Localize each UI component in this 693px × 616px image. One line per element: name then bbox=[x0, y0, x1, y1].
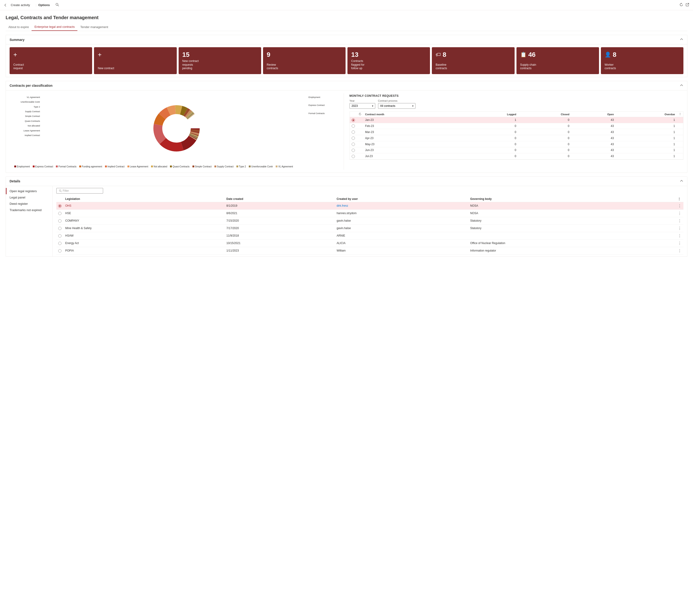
card-baseline[interactable]: 🏷 8 Baselinecontracts bbox=[432, 47, 514, 74]
details-table-row[interactable]: Energy Act 10/15/2021 ALICIA Office of N… bbox=[56, 239, 684, 247]
details-col-date[interactable]: Date created bbox=[224, 196, 335, 202]
row-radio[interactable] bbox=[56, 210, 63, 217]
search-icon[interactable] bbox=[55, 3, 59, 7]
row-overdue: 1 bbox=[616, 123, 677, 129]
tab-about-to-expire[interactable]: About to expire bbox=[6, 23, 32, 31]
year-select[interactable]: 2023 2022 2021 bbox=[350, 103, 375, 109]
radio-circle[interactable] bbox=[58, 219, 61, 222]
row-more[interactable] bbox=[677, 123, 683, 129]
row-radio[interactable] bbox=[56, 232, 63, 239]
label-express: Express Contract bbox=[309, 103, 339, 107]
row-more[interactable] bbox=[677, 135, 683, 141]
monthly-table-row[interactable]: Feb-23 0 0 43 1 bbox=[350, 123, 684, 129]
back-button[interactable] bbox=[4, 3, 8, 7]
row-radio[interactable] bbox=[56, 247, 63, 254]
card-supply-chain[interactable]: 📋 46 Supply chaincontracts bbox=[516, 47, 599, 74]
user-link[interactable]: dirk.frenz bbox=[337, 204, 348, 207]
row-more[interactable] bbox=[677, 153, 683, 159]
row-more[interactable] bbox=[677, 117, 683, 123]
refresh-icon[interactable] bbox=[679, 3, 683, 7]
filter-input[interactable] bbox=[63, 189, 101, 193]
tab-tender-management[interactable]: Tender management bbox=[77, 23, 111, 31]
row-more[interactable]: ⋮ bbox=[676, 210, 684, 217]
classification-section: Contracts per classification bbox=[6, 81, 687, 173]
monthly-table-row[interactable]: Jun-23 0 0 43 1 bbox=[350, 147, 684, 153]
row-more[interactable]: ⋮ bbox=[676, 224, 684, 232]
card-worker[interactable]: 👤 8 Workercontracts bbox=[601, 47, 684, 74]
radio-circle[interactable] bbox=[352, 155, 355, 158]
details-col-governing[interactable]: Governing body bbox=[468, 196, 676, 202]
label-simple: Simple Contract bbox=[9, 115, 40, 118]
monthly-table-row[interactable]: Apr-23 0 0 43 1 bbox=[350, 135, 684, 141]
row-radio[interactable] bbox=[56, 224, 63, 232]
radio-circle[interactable] bbox=[58, 227, 61, 230]
row-more[interactable]: ⋮ bbox=[676, 239, 684, 247]
summary-collapse-button[interactable] bbox=[680, 37, 684, 42]
create-activity-button[interactable]: Create activity bbox=[11, 3, 30, 7]
row-more[interactable] bbox=[677, 147, 683, 153]
row-more[interactable]: ⋮ bbox=[676, 247, 684, 254]
row-radio[interactable] bbox=[350, 129, 357, 135]
row-radio[interactable] bbox=[56, 239, 63, 247]
card-new-requests[interactable]: 15 New contractrequestspending bbox=[179, 47, 261, 74]
top-bar: Create activity | Options bbox=[0, 0, 693, 10]
process-select[interactable]: All contracts Type 1 Type 2 bbox=[378, 103, 415, 109]
radio-circle[interactable] bbox=[352, 137, 355, 140]
card-new-contract[interactable]: + New contract bbox=[94, 47, 177, 74]
row-more[interactable]: ⋮ bbox=[676, 217, 684, 224]
monthly-table-row[interactable]: Jul-23 0 0 43 1 bbox=[350, 153, 684, 159]
row-radio[interactable] bbox=[350, 153, 357, 159]
radio-circle[interactable] bbox=[352, 149, 355, 152]
details-table-row[interactable]: HSE 8/6/2021 hannes.strydom NOSA ⋮ bbox=[56, 210, 684, 217]
details-col-more[interactable]: ⋮ bbox=[676, 196, 684, 202]
summary-section: Summary + Contractrequest + New contract… bbox=[6, 35, 687, 77]
label-lease: Lease Agreement bbox=[9, 129, 40, 132]
monthly-table-row[interactable]: May-23 0 0 43 1 bbox=[350, 141, 684, 147]
nav-deed-register[interactable]: Deed register bbox=[6, 201, 52, 207]
row-more[interactable]: ⋮ bbox=[676, 202, 684, 210]
radio-circle[interactable] bbox=[58, 234, 61, 238]
row-more[interactable]: ⋮ bbox=[676, 232, 684, 239]
row-radio[interactable] bbox=[350, 147, 357, 153]
row-radio[interactable] bbox=[56, 217, 63, 224]
classification-collapse-button[interactable] bbox=[680, 83, 684, 88]
details-col-legislation[interactable]: Legislation bbox=[63, 196, 224, 202]
row-more[interactable] bbox=[677, 141, 683, 147]
nav-trademarks[interactable]: Trademarks not expired bbox=[6, 207, 52, 213]
card-review[interactable]: 9 Reviewcontracts bbox=[263, 47, 345, 74]
card-flagged[interactable]: 13 Contractsflagged forfollow up bbox=[348, 47, 430, 74]
row-date: 7/15/2020 bbox=[224, 217, 335, 224]
monthly-table-row[interactable]: Mar-23 0 0 43 1 bbox=[350, 129, 684, 135]
row-radio[interactable] bbox=[56, 202, 63, 210]
row-date: 1/11/2023 bbox=[224, 247, 335, 254]
legislation-link[interactable]: OHS bbox=[65, 204, 71, 207]
row-radio[interactable] bbox=[350, 123, 357, 129]
nav-legal-panel[interactable]: Legal panel bbox=[6, 194, 52, 201]
nav-open-legal-registers[interactable]: Open legal registers bbox=[6, 188, 52, 194]
details-table-row[interactable]: COMPANY 7/15/2020 gavin.halse Statutory … bbox=[56, 217, 684, 224]
row-legislation: Mine Health & Safety bbox=[63, 224, 224, 232]
row-radio[interactable] bbox=[350, 117, 357, 123]
row-more[interactable] bbox=[677, 129, 683, 135]
tab-enterprise-legal[interactable]: Enterprise legal and contracts bbox=[32, 23, 77, 31]
monthly-table-row[interactable]: Jan-23 1 0 43 1 bbox=[350, 117, 684, 123]
open-new-window-icon[interactable] bbox=[686, 3, 689, 7]
details-table-row[interactable]: HSAW 11/9/2018 ARNIE ⋮ bbox=[56, 232, 684, 239]
card-contract-request[interactable]: + Contractrequest bbox=[9, 47, 92, 74]
details-collapse-button[interactable] bbox=[680, 179, 684, 183]
details-col-user[interactable]: Created by user bbox=[335, 196, 468, 202]
radio-circle[interactable] bbox=[352, 119, 355, 122]
row-radio[interactable] bbox=[350, 141, 357, 147]
radio-circle[interactable] bbox=[352, 143, 355, 146]
radio-circle[interactable] bbox=[352, 124, 355, 128]
radio-circle[interactable] bbox=[58, 242, 61, 245]
options-button[interactable]: Options bbox=[38, 3, 50, 7]
radio-circle[interactable] bbox=[58, 249, 61, 253]
details-table-row[interactable]: Mine Health & Safety 7/17/2020 gavin.hal… bbox=[56, 224, 684, 232]
details-table-row[interactable]: OHS 8/1/2019 dirk.frenz NOSA ⋮ bbox=[56, 202, 684, 210]
radio-circle[interactable] bbox=[58, 212, 61, 215]
radio-circle[interactable] bbox=[58, 204, 61, 207]
row-radio[interactable] bbox=[350, 135, 357, 141]
details-table-row[interactable]: POPIA 1/11/2023 William Information regu… bbox=[56, 247, 684, 254]
radio-circle[interactable] bbox=[352, 131, 355, 134]
